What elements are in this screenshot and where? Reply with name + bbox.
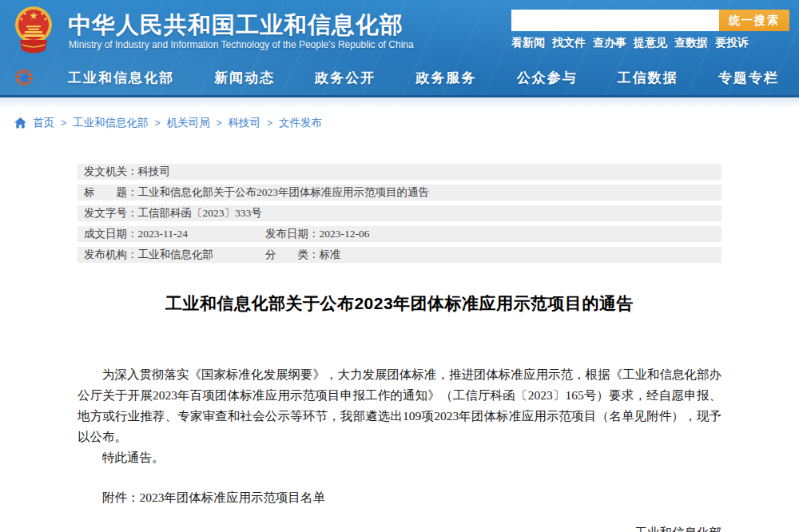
meta-value-doc-number: 工信部科函〔2023〕333号	[138, 207, 262, 219]
meta-label-issuing-office: 发文机关：	[84, 165, 138, 177]
table-row: 发文字号：工信部科函〔2023〕333号	[78, 205, 721, 221]
nav-item-gov-disclosure[interactable]: 政务公开	[315, 69, 376, 87]
meta-cell-category: 分 类：标准	[265, 247, 341, 263]
breadcrumb-separator: >	[267, 117, 272, 129]
nav-items: 工业和信息化部 新闻动态 政务公开 政务服务 公众参与 工信数据 专题专栏	[68, 69, 779, 87]
signature-block: 工业和信息化部 2023年11月24日	[78, 522, 721, 532]
national-emblem-icon: ★ ★ ★ ★ ★	[14, 3, 53, 56]
miit-logo-icon: e	[14, 67, 35, 88]
quick-link-data[interactable]: 查数据	[674, 36, 708, 50]
nav-item-public-participation[interactable]: 公众参与	[517, 69, 578, 87]
meta-label-written-date: 成文日期：	[84, 228, 138, 240]
table-row: 发布机构：工业和信息化部 分 类：标准	[78, 247, 721, 263]
meta-label-publish-date: 发布日期：	[265, 228, 320, 240]
meta-label-title: 标 题：	[84, 186, 138, 198]
quick-link-documents[interactable]: 找文件	[552, 36, 586, 50]
meta-value-title: 工业和信息化部关于公布2023年团体标准应用示范项目的通告	[138, 186, 430, 198]
breadcrumb-separator: >	[61, 117, 66, 129]
search-box: 统一搜索	[511, 10, 789, 31]
nav-item-miit[interactable]: 工业和信息化部	[68, 69, 174, 87]
search-input[interactable]	[511, 10, 719, 31]
svg-text:★: ★	[19, 17, 23, 22]
main-nav: e 工业和信息化部 新闻动态 政务公开 政务服务 公众参与 工信数据 专题专栏	[0, 60, 799, 95]
meta-value-category: 标准	[320, 248, 341, 260]
nav-item-news[interactable]: 新闻动态	[214, 69, 275, 87]
quick-link-suggestions[interactable]: 提意见	[634, 36, 667, 50]
table-row: 发文机关：科技司	[78, 164, 721, 180]
header-divider	[0, 97, 799, 108]
meta-label-category: 分 类：	[265, 248, 320, 260]
breadcrumb: 首页 > 工业和信息化部 > 机关司局 > 科技司 > 文件发布	[14, 114, 799, 132]
svg-text:★: ★	[40, 11, 44, 16]
breadcrumb-home[interactable]: 首页	[33, 116, 54, 130]
quick-link-news[interactable]: 看新闻	[511, 36, 545, 50]
quick-links: 看新闻 找文件 查办事 提意见 查数据 要投诉	[511, 36, 749, 50]
home-icon	[14, 117, 26, 129]
site-subtitle: Ministry of Industry and Information Tec…	[69, 39, 414, 50]
article-paragraph: 特此通告。	[78, 447, 721, 468]
document-content: 发文机关：科技司 标 题：工业和信息化部关于公布2023年团体标准应用示范项目的…	[78, 164, 721, 532]
svg-text:★: ★	[29, 10, 38, 22]
nav-item-gov-services[interactable]: 政务服务	[415, 69, 476, 87]
svg-text:★: ★	[43, 17, 47, 22]
site-header: ★ ★ ★ ★ ★ 中华人民共和国工业和信息化部 Ministry of Ind…	[0, 0, 799, 60]
breadcrumb-separator: >	[217, 117, 222, 129]
breadcrumb-miit[interactable]: 工业和信息化部	[73, 116, 149, 130]
meta-label-doc-number: 发文字号：	[84, 207, 138, 219]
quick-link-complaints[interactable]: 要投诉	[715, 36, 749, 50]
signature-org: 工业和信息化部	[78, 522, 721, 532]
breadcrumb-document-release[interactable]: 文件发布	[279, 116, 322, 130]
top-banner: ★ ★ ★ ★ ★ 中华人民共和国工业和信息化部 Ministry of Ind…	[0, 0, 799, 97]
nav-item-miit-data[interactable]: 工信数据	[618, 69, 678, 87]
table-row: 标 题：工业和信息化部关于公布2023年团体标准应用示范项目的通告	[78, 185, 721, 200]
breadcrumb-science-tech-dept[interactable]: 科技司	[229, 116, 261, 130]
meta-value-publisher: 工业和信息化部	[138, 248, 214, 260]
meta-value-publish-date: 2023-12-06	[320, 228, 370, 240]
quick-link-services[interactable]: 查办事	[593, 36, 626, 50]
site-title: 中华人民共和国工业和信息化部	[68, 10, 403, 42]
document-meta-table: 发文机关：科技司 标 题：工业和信息化部关于公布2023年团体标准应用示范项目的…	[78, 164, 721, 263]
article-title: 工业和信息化部关于公布2023年团体标准应用示范项目的通告	[78, 292, 721, 315]
search-button[interactable]: 统一搜索	[719, 10, 789, 31]
table-row: 成文日期：2023-11-24 发布日期：2023-12-06	[78, 226, 721, 242]
meta-value-written-date: 2023-11-24	[138, 228, 189, 240]
meta-label-publisher: 发布机构：	[84, 248, 138, 260]
meta-value-issuing-office: 科技司	[138, 165, 171, 177]
attachment-line: 附件：2023年团体标准应用示范项目名单	[78, 487, 721, 508]
svg-text:★: ★	[22, 11, 26, 16]
svg-text:e: e	[21, 70, 28, 85]
breadcrumb-departments[interactable]: 机关司局	[167, 116, 210, 130]
nav-item-special-columns[interactable]: 专题专栏	[718, 69, 779, 87]
meta-cell-publish-date: 发布日期：2023-12-06	[265, 226, 370, 242]
article-paragraph: 为深入贯彻落实《国家标准化发展纲要》，大力发展团体标准，推进团体标准应用示范，根…	[78, 364, 721, 447]
breadcrumb-separator: >	[155, 117, 161, 129]
article-body: 为深入贯彻落实《国家标准化发展纲要》，大力发展团体标准，推进团体标准应用示范，根…	[78, 364, 721, 468]
